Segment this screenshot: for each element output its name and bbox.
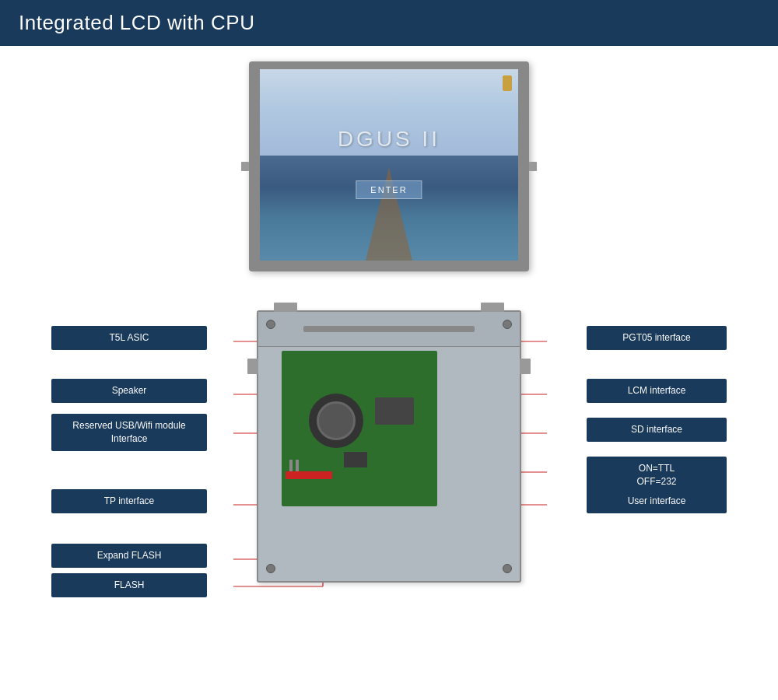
pcb-fan [309,394,363,448]
left-bracket [247,359,258,374]
label-reserved-usb: Reserved USB/Wifi module Interface [51,414,207,451]
small-ic [344,452,367,467]
right-bracket [520,359,531,374]
bracket-left [274,303,297,312]
lcd-container: DGUS II ENTER [249,61,529,271]
screw-br [503,564,512,573]
label-user-interface: User interface [587,489,727,513]
mount-right [529,162,537,171]
pcb-board [257,310,521,583]
pcb-section: T5L ASIC Speaker Reserved USB/Wifi modul… [16,303,762,637]
lcd-frame: DGUS II ENTER [249,61,529,271]
main-content: DGUS II ENTER [0,46,778,645]
label-on-ttl: ON=TTL OFF=232 [587,457,727,494]
page-title: Integrated LCD with CPU [19,11,254,34]
label-lcm: LCM interface [587,379,727,403]
lcd-brand-text: DGUS II [338,127,440,152]
label-pgt05: PGT05 interface [587,326,727,350]
lcd-screen: DGUS II ENTER [249,61,529,271]
pcb-top-rail [258,312,520,347]
screw-tl [266,320,275,329]
pcb-inner-board [282,351,437,506]
label-flash: FLASH [51,573,207,597]
antenna [503,75,512,91]
screw-tr [503,320,512,329]
page-header: Integrated LCD with CPU [0,0,778,46]
label-speaker: Speaker [51,379,207,403]
screw-bl [266,564,275,573]
ic-chip [375,397,414,425]
mount-left [241,162,249,171]
label-tp-interface: TP interface [51,489,207,513]
label-sd: SD interface [587,418,727,442]
lcd-inner: DGUS II ENTER [260,69,518,261]
red-connector [286,471,332,479]
label-expand-flash: Expand FLASH [51,544,207,568]
lcd-enter-button[interactable]: ENTER [356,180,422,199]
pcb-fan-inner [317,401,356,440]
label-t5l-asic: T5L ASIC [51,326,207,350]
bracket-right [481,303,504,312]
